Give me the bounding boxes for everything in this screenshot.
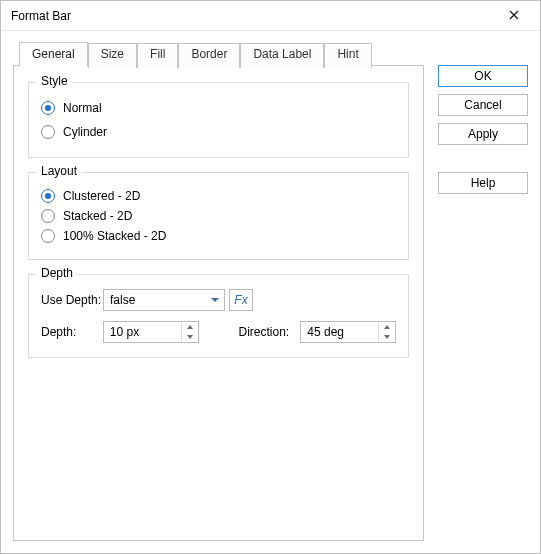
button-label: Help xyxy=(471,176,496,190)
spacer xyxy=(438,152,528,172)
spinner-arrows xyxy=(378,322,395,342)
radio-row[interactable]: 100% Stacked - 2D xyxy=(41,227,396,247)
button-label: OK xyxy=(474,69,491,83)
use-depth-label: Use Depth: xyxy=(41,293,103,307)
direction-label: Direction: xyxy=(239,325,301,339)
tab-hint[interactable]: Hint xyxy=(324,43,371,68)
radio-label: Stacked - 2D xyxy=(63,209,132,223)
direction-value: 45 deg xyxy=(301,322,378,342)
radio-icon xyxy=(41,229,55,243)
row-depth-direction: Depth: 10 px Direction: 45 deg xyxy=(41,321,396,343)
tab-general[interactable]: General xyxy=(19,42,88,67)
fx-icon: Fx xyxy=(234,293,247,307)
depth-value: 10 px xyxy=(104,322,181,342)
tab-label: Data Label xyxy=(253,47,311,61)
depth-label: Depth: xyxy=(41,325,103,339)
tab-label: Hint xyxy=(337,47,358,61)
close-icon xyxy=(509,9,519,23)
radio-label: 100% Stacked - 2D xyxy=(63,229,166,243)
help-button[interactable]: Help xyxy=(438,172,528,194)
spinner-arrows xyxy=(181,322,198,342)
button-label: Cancel xyxy=(464,98,501,112)
radio-label: Cylinder xyxy=(63,125,107,139)
radio-row[interactable]: Cylinder xyxy=(41,121,396,145)
apply-button[interactable]: Apply xyxy=(438,123,528,145)
tabstrip: General Size Fill Border Data Label Hint xyxy=(19,41,424,66)
tab-label: Border xyxy=(191,47,227,61)
dialog-body: General Size Fill Border Data Label Hint… xyxy=(1,31,540,553)
radio-row[interactable]: Clustered - 2D xyxy=(41,187,396,207)
group-legend: Depth xyxy=(37,266,77,280)
spinner-up-icon[interactable] xyxy=(379,322,395,332)
radio-label: Normal xyxy=(63,101,102,115)
group-legend: Layout xyxy=(37,164,81,178)
tab-border[interactable]: Border xyxy=(178,43,240,68)
fx-button[interactable]: Fx xyxy=(229,289,253,311)
tab-data-label[interactable]: Data Label xyxy=(240,43,324,68)
spinner-down-icon[interactable] xyxy=(379,332,395,342)
tab-size[interactable]: Size xyxy=(88,43,137,68)
button-label: Apply xyxy=(468,127,498,141)
group-style: Style Normal Cylinder xyxy=(28,82,409,158)
ok-button[interactable]: OK xyxy=(438,65,528,87)
side-buttons: OK Cancel Apply Help xyxy=(438,41,528,541)
radio-icon xyxy=(41,125,55,139)
titlebar: Format Bar xyxy=(1,1,540,31)
tab-label: Size xyxy=(101,47,124,61)
use-depth-select[interactable]: false xyxy=(103,289,225,311)
tab-panel-general: Style Normal Cylinder Layout Clu xyxy=(13,65,424,541)
window-title: Format Bar xyxy=(11,9,494,23)
spinner-up-icon[interactable] xyxy=(182,322,198,332)
group-layout: Layout Clustered - 2D Stacked - 2D 100% … xyxy=(28,172,409,260)
row-use-depth: Use Depth: false Fx xyxy=(41,289,396,311)
radio-row[interactable]: Stacked - 2D xyxy=(41,207,396,227)
spinner-down-icon[interactable] xyxy=(182,332,198,342)
close-button[interactable] xyxy=(494,2,534,30)
direction-spinner[interactable]: 45 deg xyxy=(300,321,396,343)
tab-fill[interactable]: Fill xyxy=(137,43,178,68)
radio-icon xyxy=(41,189,55,203)
depth-spinner[interactable]: 10 px xyxy=(103,321,199,343)
cancel-button[interactable]: Cancel xyxy=(438,94,528,116)
use-depth-value: false xyxy=(104,293,206,307)
group-depth: Depth Use Depth: false Fx Depth: xyxy=(28,274,409,358)
radio-row[interactable]: Normal xyxy=(41,97,396,121)
tab-label: General xyxy=(32,47,75,61)
radio-label: Clustered - 2D xyxy=(63,189,140,203)
radio-icon xyxy=(41,209,55,223)
main-column: General Size Fill Border Data Label Hint… xyxy=(13,41,424,541)
group-legend: Style xyxy=(37,74,72,88)
dialog-window: Format Bar General Size Fill Border Data… xyxy=(0,0,541,554)
tab-label: Fill xyxy=(150,47,165,61)
radio-icon xyxy=(41,101,55,115)
chevron-down-icon xyxy=(206,298,224,302)
